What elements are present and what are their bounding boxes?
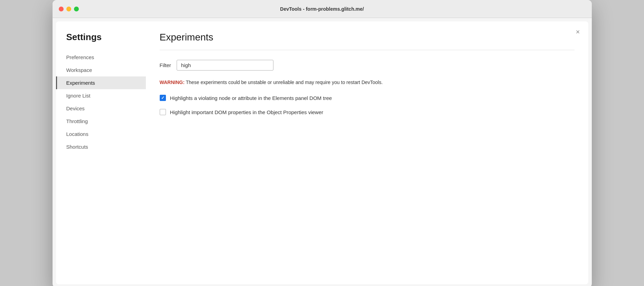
- sidebar-item-label-locations: Locations: [66, 131, 88, 137]
- titlebar: DevTools - form-problems.glitch.me/: [53, 0, 592, 18]
- main-content: × Experiments Filter WARNING: These expe…: [146, 21, 588, 284]
- experiment-item-1: Highlights a violating node or attribute…: [160, 94, 575, 102]
- experiment-label-2: Highlight important DOM properties in th…: [170, 109, 324, 116]
- sidebar-item-label-shortcuts: Shortcuts: [66, 144, 88, 150]
- warning-text: WARNING: These experiments could be unst…: [160, 79, 575, 86]
- sidebar-item-ignore-list[interactable]: Ignore List: [56, 89, 146, 102]
- warning-label: WARNING:: [160, 80, 185, 85]
- sidebar-item-devices[interactable]: Devices: [56, 102, 146, 115]
- sidebar-item-workspace[interactable]: Workspace: [56, 64, 146, 76]
- experiment-item-2: Highlight important DOM properties in th…: [160, 109, 575, 116]
- experiment-checkbox-1[interactable]: [160, 95, 166, 101]
- maximize-traffic-light[interactable]: [74, 7, 79, 11]
- filter-row: Filter: [160, 60, 575, 71]
- sidebar-item-label-throttling: Throttling: [66, 118, 88, 124]
- devtools-window: DevTools - form-problems.glitch.me/ Sett…: [53, 0, 592, 286]
- filter-input[interactable]: [177, 60, 273, 71]
- close-traffic-light[interactable]: [59, 7, 64, 11]
- sidebar-item-preferences[interactable]: Preferences: [56, 51, 146, 64]
- checkbox-wrapper-1: [160, 95, 166, 101]
- page-title: Experiments: [160, 32, 575, 43]
- sidebar-item-label-preferences: Preferences: [66, 54, 94, 60]
- sidebar: Settings Preferences Workspace Experimen…: [56, 21, 146, 284]
- sidebar-item-label-experiments: Experiments: [66, 80, 95, 86]
- experiment-checkbox-2[interactable]: [160, 109, 166, 115]
- close-button[interactable]: ×: [576, 28, 580, 35]
- content-divider: [160, 50, 575, 50]
- sidebar-item-label-workspace: Workspace: [66, 67, 92, 73]
- filter-label: Filter: [160, 62, 171, 68]
- window-body: Settings Preferences Workspace Experimen…: [56, 21, 588, 284]
- settings-heading: Settings: [56, 32, 146, 51]
- experiment-label-1: Highlights a violating node or attribute…: [170, 94, 332, 102]
- sidebar-item-locations[interactable]: Locations: [56, 128, 146, 140]
- window-title: DevTools - form-problems.glitch.me/: [280, 6, 364, 12]
- minimize-traffic-light[interactable]: [66, 7, 71, 11]
- traffic-lights: [59, 7, 79, 11]
- sidebar-item-label-devices: Devices: [66, 105, 85, 111]
- warning-body: These experiments could be unstable or u…: [185, 80, 383, 85]
- sidebar-item-throttling[interactable]: Throttling: [56, 115, 146, 128]
- sidebar-item-label-ignore-list: Ignore List: [66, 93, 91, 99]
- checkbox-wrapper-2: [160, 109, 166, 115]
- sidebar-item-shortcuts[interactable]: Shortcuts: [56, 140, 146, 153]
- sidebar-item-experiments[interactable]: Experiments: [56, 76, 146, 89]
